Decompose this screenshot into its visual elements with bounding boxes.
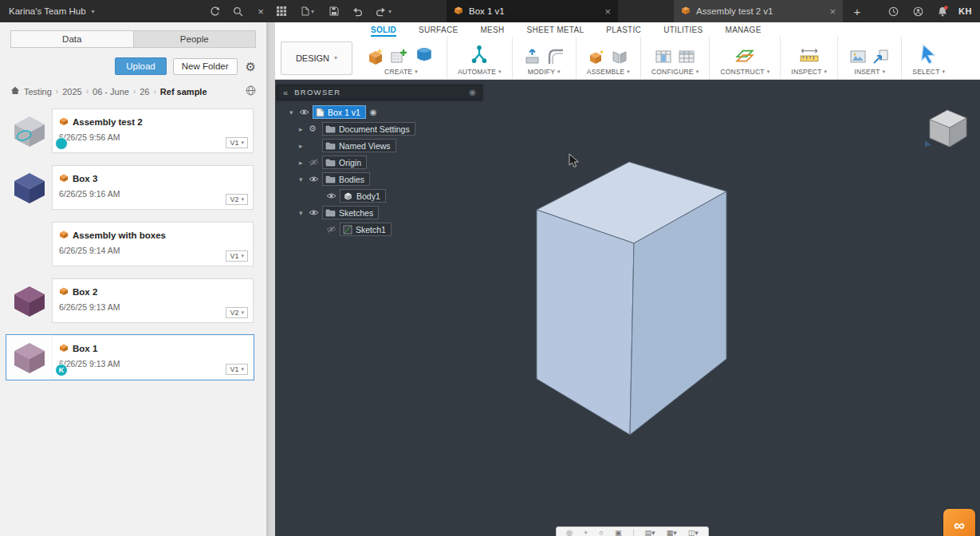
team-hub-selector[interactable]: Karina's Team Hub ▾	[0, 0, 199, 22]
display-options-icon[interactable]	[246, 85, 256, 97]
refresh-icon[interactable]	[206, 2, 223, 20]
joint-icon[interactable]	[610, 47, 629, 66]
browser-node[interactable]: ▸Origin	[277, 154, 415, 171]
toolbar-group-label[interactable]: CREATE▾	[384, 68, 418, 76]
view-cube[interactable]	[923, 100, 976, 152]
ribbon-tab-sheet-metal[interactable]: SHEET METAL	[527, 22, 584, 37]
browser-node[interactable]: ▾Box 1 v1◉	[277, 104, 415, 120]
select-cursor-icon[interactable]	[917, 42, 941, 66]
notifications-bell-icon[interactable]	[934, 2, 951, 20]
version-selector[interactable]: V2▾	[226, 194, 248, 205]
settings-gear-icon[interactable]: ⚙	[246, 61, 256, 73]
automate-icon[interactable]	[467, 42, 491, 66]
ribbon-tab-utilities[interactable]: UTILITIES	[663, 22, 703, 37]
panel-tab-data[interactable]: Data	[11, 31, 133, 47]
toolbar-group-label[interactable]: CONSTRUCT▾	[720, 68, 769, 76]
viewports-icon[interactable]: ◫▾	[688, 530, 699, 536]
document-tab[interactable]: Assembly test 2 v1×	[674, 0, 843, 22]
new-folder-button[interactable]: New Folder	[173, 58, 238, 75]
close-tab-icon[interactable]: ×	[829, 6, 836, 18]
job-status-icon[interactable]	[884, 2, 902, 20]
eye-off-icon[interactable]	[326, 225, 340, 234]
disclosure-expanded-icon[interactable]: ▾	[299, 175, 309, 183]
search-icon[interactable]	[229, 2, 246, 20]
browser-node[interactable]: Sketch1	[277, 221, 415, 238]
browser-panel-header[interactable]: « BROWSER ◉	[277, 85, 482, 100]
browser-node[interactable]: ▾Sketches	[277, 204, 415, 221]
ribbon-tab-mesh[interactable]: MESH	[480, 22, 504, 37]
eye-off-icon[interactable]	[309, 158, 322, 167]
toolbar-group-label[interactable]: INSERT▾	[854, 68, 885, 76]
toolbar-group-label[interactable]: SELECT▾	[912, 68, 945, 76]
new-component-icon[interactable]	[366, 47, 385, 66]
pan-icon[interactable]: +	[584, 530, 588, 536]
eye-icon[interactable]	[309, 208, 322, 217]
account-avatar[interactable]: KH	[958, 6, 972, 16]
browser-node[interactable]: ▸⚙Document Settings	[277, 120, 415, 137]
construct-plane-icon[interactable]	[733, 42, 757, 66]
create-sketch-icon[interactable]	[389, 47, 408, 66]
disclosure-expanded-icon[interactable]: ▾	[299, 209, 309, 217]
breadcrumb-item[interactable]: Testing	[24, 87, 52, 97]
upload-button[interactable]: Upload	[115, 57, 166, 75]
breadcrumb-item[interactable]: 2025	[62, 87, 81, 97]
browser-node-chip[interactable]: Sketch1	[340, 223, 392, 236]
disclosure-collapsed-icon[interactable]: ▸	[299, 142, 309, 150]
assemble-component-icon[interactable]	[587, 47, 606, 66]
grid-display-icon[interactable]: ▦▾	[667, 530, 677, 536]
close-tab-icon[interactable]: ×	[604, 6, 611, 18]
breadcrumb-item[interactable]: 06 - June	[92, 87, 129, 97]
profile-icon[interactable]	[909, 2, 927, 20]
browser-node-chip[interactable]: Origin	[322, 156, 367, 169]
activate-component-radio-icon[interactable]: ◉	[370, 108, 377, 116]
zoom-icon[interactable]: ○	[599, 530, 603, 536]
browser-node-chip[interactable]: Document Settings	[322, 122, 415, 136]
insert-canvas-icon[interactable]	[848, 47, 868, 66]
browser-node-chip[interactable]: Named Views	[322, 139, 396, 152]
save-icon[interactable]	[325, 2, 343, 20]
configuration-table-icon[interactable]	[677, 47, 696, 66]
toolbar-group-label[interactable]: INSPECT▾	[791, 68, 827, 76]
gear-icon[interactable]: ⚙	[309, 124, 322, 133]
breadcrumb-item[interactable]: 26	[140, 87, 149, 97]
version-selector[interactable]: V1▾	[226, 137, 248, 148]
ribbon-tab-surface[interactable]: SURFACE	[419, 22, 458, 37]
eye-icon[interactable]	[299, 108, 313, 116]
document-item[interactable]: Assembly with boxes6/26/25 9:14 AMV1▾	[6, 221, 254, 267]
collapse-panel-icon[interactable]: «	[283, 88, 287, 97]
eye-icon[interactable]	[326, 191, 340, 200]
browser-node-chip[interactable]: Sketches	[322, 206, 379, 219]
file-menu-icon[interactable]: ▾	[296, 2, 320, 20]
fusion-logo-badge[interactable]: ∞	[943, 509, 975, 536]
redo-icon[interactable]: ▾	[372, 2, 396, 20]
ribbon-tab-plastic[interactable]: PLASTIC	[606, 22, 641, 37]
document-item[interactable]: Box 36/26/25 9:16 AMV2▾	[6, 164, 254, 211]
new-tab-button[interactable]: +	[848, 0, 867, 22]
viewport-canvas[interactable]: « BROWSER ◉ ▾Box 1 v1◉▸⚙Document Setting…	[275, 80, 980, 536]
browser-node-chip[interactable]: Bodies	[322, 172, 370, 186]
document-item[interactable]: Assembly test 26/26/25 9:56 AMV1▾	[6, 108, 254, 154]
press-pull-icon[interactable]	[523, 47, 542, 66]
breadcrumb-item[interactable]: Ref sample	[160, 87, 207, 97]
fit-icon[interactable]: ▣	[615, 530, 622, 536]
disclosure-collapsed-icon[interactable]: ▸	[299, 125, 309, 133]
browser-node-chip[interactable]: Box 1 v1	[313, 105, 366, 119]
browser-node[interactable]: ▸Named Views	[277, 137, 415, 154]
document-item[interactable]: Box 26/26/25 9:13 AMV2▾	[6, 278, 254, 324]
panel-tab-people[interactable]: People	[133, 31, 256, 47]
home-icon[interactable]	[10, 86, 20, 97]
eye-icon[interactable]	[309, 175, 322, 183]
insert-derive-icon[interactable]	[872, 47, 891, 66]
version-selector[interactable]: V1▾	[226, 250, 248, 262]
toolbar-group-label[interactable]: ASSEMBLE▾	[587, 68, 630, 76]
configure-icon[interactable]	[654, 47, 673, 66]
app-grid-icon[interactable]	[273, 2, 290, 20]
browser-node[interactable]: ▾Bodies	[277, 171, 415, 187]
document-tab[interactable]: Box 1 v1×	[447, 0, 618, 22]
display-settings-icon[interactable]: ▤▾	[645, 530, 655, 536]
workspace-selector[interactable]: DESIGN ▾	[281, 41, 352, 75]
panel-options-icon[interactable]: ◉	[469, 88, 476, 97]
version-selector[interactable]: V1▾	[226, 364, 248, 375]
orbit-icon[interactable]: ◎	[566, 530, 573, 536]
disclosure-expanded-icon[interactable]: ▾	[289, 108, 299, 116]
